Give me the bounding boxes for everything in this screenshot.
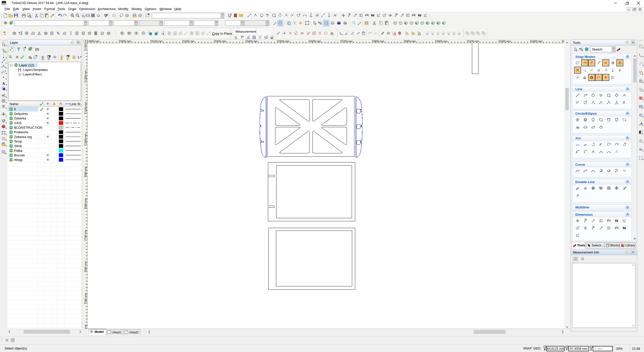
svg-text:Layer (12): Layer (12)	[19, 63, 34, 67]
svg-text:1000 mm: 1000 mm	[84, 133, 87, 144]
svg-text:1100 mm: 1100 mm	[84, 102, 87, 113]
svg-text:a:b: a:b	[616, 150, 618, 151]
svg-text:800 mm: 800 mm	[84, 198, 87, 208]
svg-text:Silnik: Silnik	[14, 144, 22, 148]
svg-text:X: X	[544, 348, 546, 351]
svg-text:R: R	[385, 13, 386, 15]
svg-text:Name: Name	[10, 102, 18, 106]
svg-text:?: ?	[249, 35, 250, 37]
svg-text:Półka: Półka	[14, 149, 22, 153]
svg-text:1:2: 1:2	[609, 143, 612, 145]
svg-text:AXIS: AXIS	[14, 121, 22, 125]
svg-text:0: 0	[14, 107, 16, 111]
svg-text:?: ?	[244, 36, 245, 37]
svg-text:500 mm: 500 mm	[84, 293, 87, 302]
svg-text:Wręgi: Wręgi	[14, 158, 23, 162]
svg-text:Y: Y	[579, 61, 580, 63]
svg-text:900 mm: 900 mm	[84, 166, 87, 176]
svg-text:L*: L*	[78, 55, 82, 59]
svg-text:S=?: S=?	[271, 36, 274, 37]
svg-text:?: ?	[230, 13, 232, 16]
svg-text:Z: Z	[590, 348, 592, 351]
svg-text:ABC: ABC	[104, 14, 108, 16]
svg-text:Defpoints: Defpoints	[14, 112, 28, 116]
svg-text:A: A	[578, 233, 579, 235]
svg-text:opy In Place: opy In Place	[214, 32, 232, 35]
svg-text:A: A	[625, 219, 626, 221]
svg-text:A: A	[379, 13, 380, 15]
svg-text:a:b: a:b	[600, 125, 602, 127]
svg-text:Zeberka org.: Zeberka org.	[14, 135, 33, 139]
svg-text:y:?: y:?	[266, 35, 269, 36]
svg-text:1300 mm: 1300 mm	[84, 43, 87, 50]
svg-text:400 mm: 400 mm	[84, 325, 87, 329]
svg-text:A: A	[426, 13, 427, 15]
svg-text:A: A	[2, 81, 5, 85]
svg-text:Measurement: Measurement	[235, 30, 256, 33]
svg-text:LayersTemplates: LayersTemplates	[23, 68, 48, 72]
svg-text:Line St..: Line St..	[70, 102, 82, 106]
svg-text:1200 mm: 1200 mm	[84, 70, 87, 81]
svg-text:Y: Y	[566, 348, 568, 351]
svg-text:R: R	[578, 226, 580, 228]
svg-text:LayersFilters: LayersFilters	[23, 72, 42, 76]
svg-text:600 mm: 600 mm	[84, 261, 87, 271]
svg-text:?: ?	[261, 36, 262, 37]
svg-text:$CONSTRUCTION: $CONSTRUCTION	[14, 126, 42, 129]
svg-text:Temp: Temp	[14, 140, 22, 143]
svg-text:700 mm: 700 mm	[84, 230, 87, 239]
svg-text:Boczek: Boczek	[14, 153, 25, 157]
svg-text:6400 mm: 6400 mm	[563, 40, 565, 43]
svg-text:Zeberka: Zeberka	[14, 116, 26, 120]
svg-text:Podwozie: Podwozie	[14, 130, 28, 134]
